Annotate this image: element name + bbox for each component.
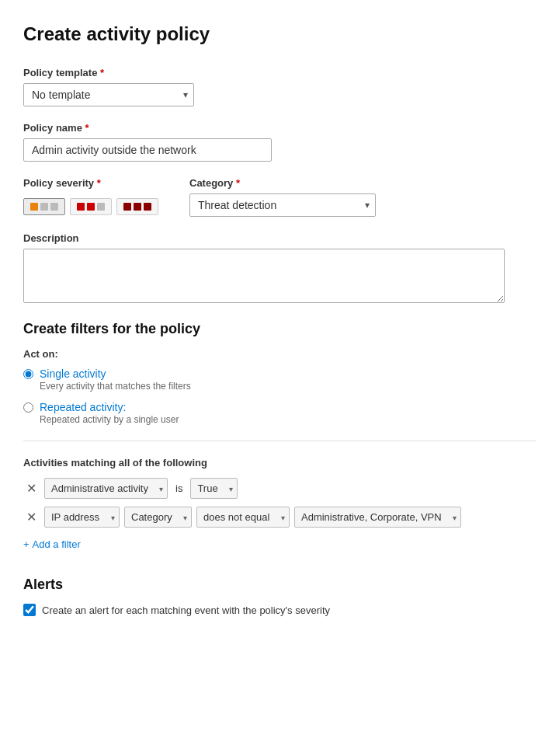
remove-filter-2-button[interactable]: ✕ [23, 508, 40, 526]
repeated-activity-radio[interactable] [23, 402, 33, 413]
description-label: Description [23, 232, 536, 244]
severity-dot-darkred3 [144, 203, 151, 211]
severity-dot-orange [30, 203, 38, 211]
severity-dot-gray3 [97, 203, 105, 211]
filters-section: Create filters for the policy Act on: Si… [23, 321, 536, 553]
single-activity-option: Single activity Every activity that matc… [23, 368, 536, 392]
severity-medium-button[interactable] [70, 198, 112, 215]
filter2-operator-select[interactable]: does not equal [196, 507, 290, 528]
severity-dot-darkred2 [134, 203, 141, 211]
filter1-field-select[interactable]: Administrative activity [44, 478, 168, 499]
filter1-value-wrap: True ▾ [190, 478, 238, 499]
remove-filter-1-button[interactable]: ✕ [23, 479, 40, 497]
repeated-activity-label: Repeated activity: [40, 401, 179, 413]
severity-low-button[interactable] [23, 198, 65, 215]
alerts-title: Alerts [23, 577, 536, 593]
plus-icon: + [23, 538, 30, 550]
act-on-label: Act on: [23, 348, 536, 360]
repeated-activity-option: Repeated activity: Repeated activity by … [23, 401, 536, 425]
filter2-subfield-wrap: Category ▾ [124, 507, 192, 528]
alert-checkbox-label: Create an alert for each matching event … [42, 604, 330, 616]
policy-name-label: Policy name * [23, 122, 536, 134]
category-select-wrapper: Threat detection ▾ [189, 193, 376, 217]
filter-row-2: ✕ IP address ▾ Category ▾ does not equal… [23, 507, 536, 528]
policy-name-input[interactable] [23, 138, 272, 162]
severity-dot-darkred1 [123, 203, 131, 211]
filter2-value-select[interactable]: Administrative, Corporate, VPN [294, 507, 461, 528]
divider [23, 441, 536, 441]
single-activity-radio[interactable] [23, 369, 33, 379]
filter2-operator-wrap: does not equal ▾ [196, 507, 290, 528]
filter1-value-select[interactable]: True [190, 478, 238, 499]
filter-row-1: ✕ Administrative activity ▾ is True ▾ [23, 478, 536, 499]
filter2-field-wrap: IP address ▾ [44, 507, 120, 528]
alert-checkbox[interactable] [23, 604, 36, 616]
filter2-value-wrap: Administrative, Corporate, VPN ▾ [294, 507, 461, 528]
single-activity-sublabel: Every activity that matches the filters [40, 381, 191, 392]
filters-section-title: Create filters for the policy [23, 321, 536, 337]
policy-template-select[interactable]: No template [23, 83, 194, 106]
policy-name-group: Policy name * [23, 122, 536, 162]
description-group: Description [23, 232, 536, 305]
severity-dot-red1 [77, 203, 85, 211]
add-filter-button[interactable]: + Add a filter [23, 535, 81, 553]
severity-label: Policy severity * [23, 177, 158, 189]
filter2-field-select[interactable]: IP address [44, 507, 120, 528]
policy-template-label: Policy template * [23, 67, 536, 78]
severity-high-button[interactable] [116, 198, 158, 215]
filter2-subfield-select[interactable]: Category [124, 507, 192, 528]
severity-dot-gray2 [50, 203, 58, 211]
description-textarea[interactable] [23, 249, 505, 303]
alert-checkbox-row: Create an alert for each matching event … [23, 604, 536, 616]
filter1-field-wrap: Administrative activity ▾ [44, 478, 168, 499]
category-select[interactable]: Threat detection [189, 193, 376, 217]
policy-template-select-wrapper: No template ▾ [23, 83, 194, 106]
activities-matching-label: Activities matching all of the following [23, 457, 536, 469]
add-filter-label: Add a filter [33, 538, 81, 550]
page-title: Create activity policy [23, 23, 536, 45]
alerts-section: Alerts Create an alert for each matching… [23, 577, 536, 616]
severity-buttons [23, 198, 158, 215]
category-label: Category * [189, 177, 376, 189]
policy-template-group: Policy template * No template ▾ [23, 67, 536, 106]
filter1-operator-text: is [172, 483, 186, 494]
repeated-activity-sublabel: Repeated activity by a single user [40, 414, 179, 425]
severity-category-section: Policy severity * [23, 177, 536, 217]
category-group: Category * Threat detection ▾ [189, 177, 376, 217]
single-activity-label: Single activity [40, 368, 191, 380]
severity-dot-gray1 [40, 203, 48, 211]
severity-group: Policy severity * [23, 177, 158, 215]
severity-dot-red2 [87, 203, 95, 211]
